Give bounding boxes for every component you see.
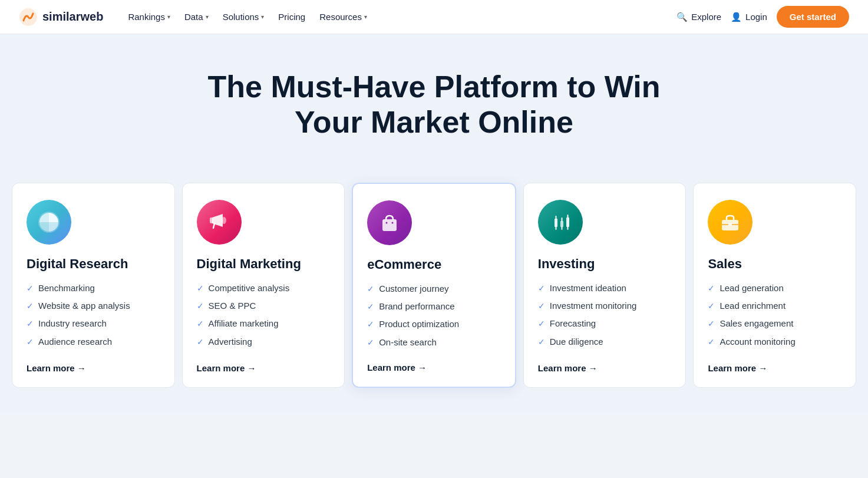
check-icon: ✓ [538,318,545,329]
briefcase-icon [708,200,753,245]
nav-item-solutions[interactable]: Solutions ▾ [217,8,270,25]
list-item: ✓Customer journey [367,283,501,295]
card-items-research: ✓Benchmarking ✓Website & app analysis ✓I… [27,282,160,349]
list-item: ✓Affiliate marketing [197,318,331,329]
svg-point-7 [386,222,388,223]
check-icon: ✓ [27,318,34,329]
card-items-ecommerce: ✓Customer journey ✓Brand performance ✓Pr… [367,283,501,348]
card-digital-marketing: Digital Marketing ✓Competitive analysis … [182,183,345,388]
pie-chart-icon [27,200,71,245]
svg-rect-20 [728,223,732,226]
list-item: ✓Industry research [27,318,160,329]
check-icon: ✓ [708,301,715,312]
check-icon: ✓ [367,301,374,312]
svg-line-5 [213,223,214,228]
learn-more-sales[interactable]: Learn more → [708,363,841,373]
user-icon: 👤 [731,12,742,22]
nav-item-rankings[interactable]: Rankings ▾ [122,8,176,25]
logo-icon [19,8,38,27]
svg-point-4 [222,217,226,224]
check-icon: ✓ [27,301,34,312]
list-item: ✓Sales engagement [708,318,841,329]
svg-rect-3 [210,217,213,223]
hero-section: The Must-Have Platform to Win Your Marke… [0,34,868,164]
card-investing: Investing ✓Investment ideation ✓Investme… [523,183,687,388]
shopping-bag-icon [367,200,412,245]
search-icon: 🔍 [676,12,688,22]
nav-item-resources[interactable]: Resources ▾ [313,8,373,25]
list-item: ✓Benchmarking [27,282,160,294]
list-item: ✓Advertising [197,336,331,348]
list-item: ✓Lead generation [708,282,841,294]
list-item: ✓Lead enrichment [708,300,841,312]
chevron-down-icon: ▾ [261,14,264,20]
check-icon: ✓ [367,319,374,330]
list-item: ✓Brand performance [367,301,501,312]
card-sales: Sales ✓Lead generation ✓Lead enrichment … [693,183,856,388]
svg-rect-15 [566,217,569,227]
list-item: ✓Due diligence [538,336,672,348]
candlestick-chart-icon [538,200,583,245]
check-icon: ✓ [197,337,204,348]
list-item: ✓Forecasting [538,318,672,329]
svg-rect-12 [560,221,563,227]
list-item: ✓Account monitoring [708,336,841,348]
check-icon: ✓ [538,337,545,348]
card-title-research: Digital Research [27,256,160,272]
card-ecommerce: eCommerce ✓Customer journey ✓Brand perfo… [352,183,516,388]
svg-rect-6 [382,219,397,231]
logo[interactable]: similarweb [19,8,103,27]
card-title-ecommerce: eCommerce [367,257,501,272]
list-item: ✓Product optimization [367,318,501,330]
svg-point-8 [392,222,394,223]
check-icon: ✓ [708,337,715,348]
check-icon: ✓ [197,283,204,294]
get-started-button[interactable]: Get started [777,6,849,28]
check-icon: ✓ [367,337,374,348]
list-item: ✓Audience research [27,336,160,348]
nav-right: 🔍 Explore 👤 Login Get started [676,6,849,28]
card-digital-research: Digital Research ✓Benchmarking ✓Website … [12,183,175,388]
check-icon: ✓ [708,283,715,294]
check-icon: ✓ [538,301,545,312]
learn-more-research[interactable]: Learn more → [27,363,160,373]
logo-text: similarweb [42,10,103,24]
nav-login[interactable]: 👤 Login [731,12,767,22]
chevron-down-icon: ▾ [364,14,367,20]
list-item: ✓SEO & PPC [197,300,331,312]
check-icon: ✓ [367,283,374,295]
nav-item-data[interactable]: Data ▾ [179,8,214,25]
chevron-down-icon: ▾ [167,14,170,20]
megaphone-icon [197,200,242,245]
list-item: ✓Investment monitoring [538,300,672,312]
check-icon: ✓ [538,283,545,294]
main-nav: similarweb Rankings ▾ Data ▾ Solutions ▾… [0,0,868,34]
cards-section: Digital Research ✓Benchmarking ✓Website … [0,164,868,411]
card-items-marketing: ✓Competitive analysis ✓SEO & PPC ✓Affili… [197,282,331,349]
list-item: ✓Competitive analysis [197,282,331,294]
list-item: ✓Investment ideation [538,282,672,294]
nav-links: Rankings ▾ Data ▾ Solutions ▾ Pricing Re… [122,8,658,25]
check-icon: ✓ [197,318,204,329]
list-item: ✓On-site search [367,337,501,348]
card-title-sales: Sales [708,256,841,272]
nav-explore[interactable]: 🔍 Explore [676,12,721,22]
cards-row: Digital Research ✓Benchmarking ✓Website … [12,183,856,388]
svg-rect-9 [555,219,557,227]
check-icon: ✓ [197,301,204,312]
card-title-marketing: Digital Marketing [197,256,331,272]
check-icon: ✓ [708,318,715,329]
learn-more-investing[interactable]: Learn more → [538,363,672,373]
learn-more-marketing[interactable]: Learn more → [197,363,331,373]
nav-item-pricing[interactable]: Pricing [272,8,311,25]
card-title-investing: Investing [538,256,672,272]
hero-title: The Must-Have Platform to Win Your Marke… [199,70,670,140]
card-items-sales: ✓Lead generation ✓Lead enrichment ✓Sales… [708,282,841,349]
chevron-down-icon: ▾ [206,14,209,20]
check-icon: ✓ [27,283,34,294]
check-icon: ✓ [27,337,34,348]
list-item: ✓Website & app analysis [27,300,160,312]
card-items-investing: ✓Investment ideation ✓Investment monitor… [538,282,672,349]
learn-more-ecommerce[interactable]: Learn more → [367,362,501,372]
